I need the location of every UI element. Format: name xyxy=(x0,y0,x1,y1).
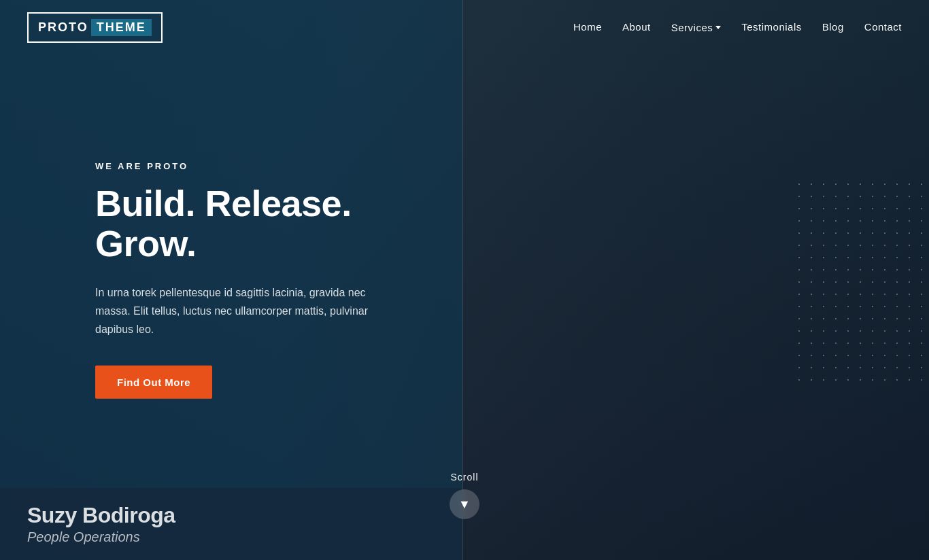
nav-item-testimonials[interactable]: Testimonials xyxy=(741,21,802,33)
scroll-label: Scroll xyxy=(450,472,478,483)
testimonial-name: Suzy Bodiroga xyxy=(27,503,435,528)
hero-description: In urna torek pellentesque id sagittis l… xyxy=(95,283,394,339)
hero-eyebrow: WE ARE PROTO xyxy=(95,161,449,171)
nav-link-testimonials[interactable]: Testimonials xyxy=(741,21,802,33)
logo-proto: PROTO xyxy=(38,20,88,35)
nav-link-home[interactable]: Home xyxy=(573,21,602,33)
navbar: PROTO THEME Home About Services Testimon… xyxy=(0,0,929,54)
hero-content: WE ARE PROTO Build. Release. Grow. In ur… xyxy=(95,161,449,399)
chevron-down-icon xyxy=(715,26,721,29)
hero-cta-button[interactable]: Find Out More xyxy=(95,366,212,399)
nav-item-contact[interactable]: Contact xyxy=(864,21,902,33)
logo[interactable]: PROTO THEME xyxy=(27,12,163,43)
nav-item-services[interactable]: Services xyxy=(671,22,722,33)
scroll-button[interactable]: ▼ xyxy=(450,489,479,519)
nav-link-services[interactable]: Services xyxy=(671,22,722,33)
nav-link-about[interactable]: About xyxy=(622,21,651,33)
nav-item-about[interactable]: About xyxy=(622,21,651,33)
nav-item-blog[interactable]: Blog xyxy=(822,21,844,33)
nav-links: Home About Services Testimonials Blog Co… xyxy=(573,21,902,33)
dot-grid-decoration xyxy=(793,178,929,382)
hero-title: Build. Release. Grow. xyxy=(95,183,449,264)
scroll-indicator: Scroll ▼ xyxy=(450,472,479,519)
nav-item-home[interactable]: Home xyxy=(573,21,602,33)
testimonial-role: People Operations xyxy=(27,529,435,545)
logo-theme: THEME xyxy=(91,19,152,36)
chevron-down-icon: ▼ xyxy=(458,497,471,512)
testimonial-bar: Suzy Bodiroga People Operations xyxy=(0,488,462,560)
nav-link-blog[interactable]: Blog xyxy=(822,21,844,33)
nav-link-contact[interactable]: Contact xyxy=(864,21,902,33)
hero-section: PROTO THEME Home About Services Testimon… xyxy=(0,0,929,560)
